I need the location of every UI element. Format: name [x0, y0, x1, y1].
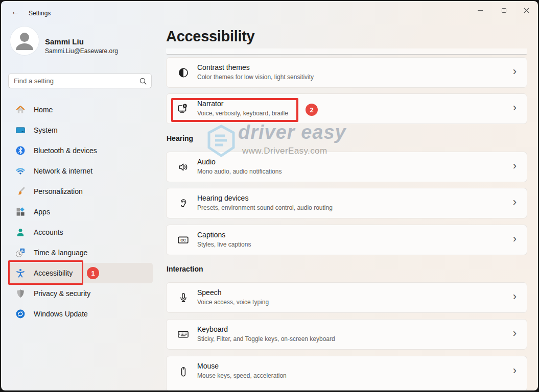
maximize-button[interactable]: [492, 1, 515, 19]
system-icon: [15, 125, 26, 135]
minimize-button[interactable]: [468, 1, 492, 19]
time-language-icon: [15, 248, 26, 258]
search-box[interactable]: [8, 74, 152, 88]
card-subtitle: Voice, verbosity, keyboard, braille: [197, 110, 288, 117]
sidebar-item-label: Network & internet: [34, 167, 92, 175]
sidebar-item-personalization[interactable]: Personalization: [8, 181, 153, 202]
card-title: Mouse: [197, 362, 219, 370]
apps-icon: [15, 207, 26, 217]
card-audio[interactable]: Audio Mono audio, audio notifications ›: [166, 152, 527, 182]
page-title: Accessibility: [166, 28, 254, 45]
sidebar-item-accounts[interactable]: Accounts: [8, 222, 153, 242]
person-icon: [10, 27, 39, 55]
shield-icon: [15, 288, 26, 299]
wifi-icon: [15, 166, 26, 176]
card-narrator[interactable]: Narrator Voice, verbosity, keyboard, bra…: [166, 93, 527, 124]
sidebar-item-label: Apps: [34, 208, 50, 216]
chevron-right-icon: ›: [513, 159, 517, 173]
card-title: Captions: [197, 231, 225, 239]
watermark-title: driver easy: [238, 121, 346, 143]
keyboard-icon: [177, 328, 190, 341]
maximize-icon: [502, 8, 506, 13]
scrolled-card-edge: [166, 48, 527, 55]
mouse-icon: [177, 365, 190, 378]
account-person-icon: [15, 227, 26, 237]
card-subtitle: Styles, live captions: [197, 241, 251, 248]
sidebar-item-label: Bluetooth & devices: [34, 146, 97, 155]
window-title: Settings: [29, 10, 51, 17]
card-speech[interactable]: Speech Voice access, voice typing ›: [166, 282, 527, 313]
section-label-interaction: Interaction: [167, 265, 203, 273]
back-arrow-icon: ←: [11, 7, 19, 16]
card-title: Keyboard: [197, 325, 228, 333]
sidebar-item-apps[interactable]: Apps: [8, 202, 153, 222]
sidebar-item-privacy-security[interactable]: Privacy & security: [8, 283, 153, 304]
sidebar-item-label: Home: [34, 106, 53, 114]
card-contrast-themes[interactable]: Contrast themes Color themes for low vis…: [166, 57, 527, 88]
card-subtitle: Sticky, Filter, and Toggle keys, on-scre…: [197, 335, 335, 342]
chevron-right-icon: ›: [513, 65, 517, 78]
back-button[interactable]: ←: [7, 5, 24, 18]
annotation-badge-1: 1: [87, 267, 99, 279]
home-icon: [15, 105, 26, 115]
chevron-right-icon: ›: [513, 195, 517, 209]
search-icon: [139, 77, 147, 85]
card-title: Narrator: [197, 100, 223, 108]
card-title: Contrast themes: [197, 63, 250, 71]
narrator-icon: [177, 103, 190, 115]
section-label-hearing: Hearing: [167, 134, 193, 142]
sidebar-item-windows-update[interactable]: Windows Update: [8, 304, 153, 324]
sidebar-item-label: System: [34, 126, 58, 134]
sidebar-item-label: Accounts: [34, 228, 63, 236]
sidebar-item-label: Accessibility: [34, 269, 73, 277]
profile-email: Sammi.Liu@Easeware.org: [45, 47, 118, 55]
profile-name: Sammi Liu: [45, 37, 84, 46]
sidebar-item-label: Personalization: [34, 187, 83, 195]
sidebar-item-bluetooth-devices[interactable]: Bluetooth & devices: [8, 140, 153, 161]
sidebar-item-network-internet[interactable]: Network & internet: [8, 161, 153, 181]
sidebar-item-time-language[interactable]: Time & language: [8, 242, 153, 263]
card-title: Speech: [197, 288, 221, 297]
card-hearing-devices[interactable]: Hearing devices Presets, environment sou…: [166, 188, 527, 218]
chevron-right-icon: ›: [513, 290, 517, 303]
card-subtitle: Voice access, voice typing: [197, 299, 269, 306]
sidebar-item-home[interactable]: Home: [8, 100, 153, 120]
card-keyboard[interactable]: Keyboard Sticky, Filter, and Toggle keys…: [166, 319, 527, 350]
close-icon: [524, 8, 529, 13]
sidebar-item-label: Windows Update: [34, 310, 88, 318]
card-subtitle: Mouse keys, speed, acceleration: [197, 372, 287, 379]
sidebar-item-label: Time & language: [34, 249, 87, 257]
close-button[interactable]: [514, 1, 538, 19]
svg-text:CC: CC: [180, 238, 186, 242]
paintbrush-icon: [15, 186, 26, 197]
annotation-badge-2: 2: [306, 104, 318, 116]
sidebar-item-label: Privacy & security: [34, 289, 90, 298]
sidebar-item-accessibility[interactable]: Accessibility: [8, 263, 153, 283]
sidebar-item-system[interactable]: System: [8, 120, 153, 140]
accessibility-icon: [15, 268, 26, 278]
search-input[interactable]: [14, 75, 136, 87]
card-subtitle: Mono audio, audio notifications: [197, 168, 282, 175]
captions-icon: CC: [177, 234, 190, 247]
minimize-icon: [478, 10, 483, 11]
chevron-right-icon: ›: [513, 364, 517, 377]
card-title: Hearing devices: [197, 194, 248, 202]
card-title: Audio: [197, 158, 216, 166]
contrast-icon: [177, 66, 190, 79]
settings-window: ← Settings Sammi Liu Sammi.Liu@Easeware.…: [1, 1, 538, 390]
ear-icon: [177, 197, 190, 209]
chevron-right-icon: ›: [513, 327, 517, 340]
card-subtitle: Color themes for low vision, light sensi…: [197, 74, 314, 81]
avatar[interactable]: [10, 27, 39, 55]
speaker-icon: [177, 161, 190, 173]
chevron-right-icon: ›: [513, 101, 517, 114]
chevron-right-icon: ›: [513, 232, 517, 246]
card-mouse[interactable]: Mouse Mouse keys, speed, acceleration ›: [166, 356, 527, 390]
windows-update-icon: [15, 309, 26, 319]
microphone-icon: [177, 291, 190, 304]
card-captions[interactable]: CC Captions Styles, live captions ›: [166, 225, 527, 255]
card-subtitle: Presets, environment sound control, audi…: [197, 204, 333, 211]
bluetooth-icon: [15, 145, 26, 156]
